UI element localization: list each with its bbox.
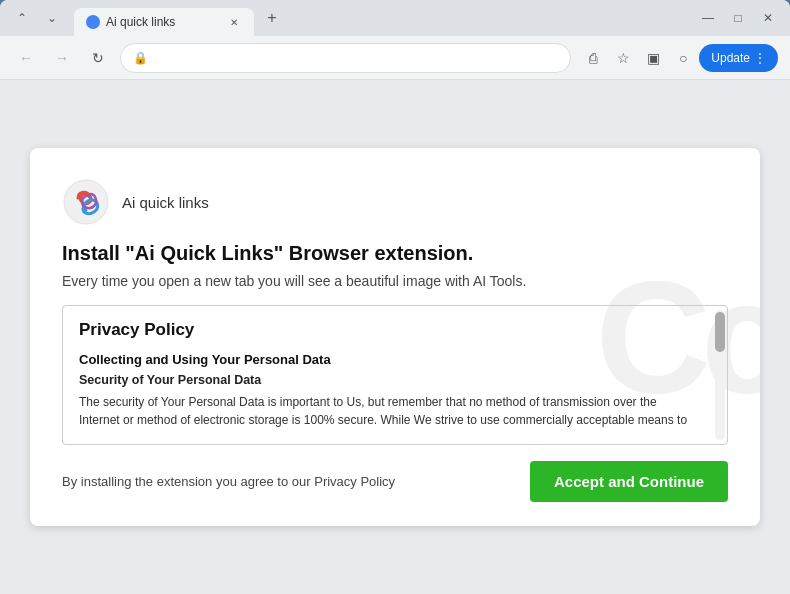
tab-title: Ai quick links: [106, 15, 175, 29]
footer-text: By installing the extension you agree to…: [62, 474, 395, 489]
install-subtitle: Every time you open a new tab you will s…: [62, 273, 728, 289]
privacy-section-title: Collecting and Using Your Personal Data: [79, 352, 695, 367]
share-button[interactable]: ⎙: [579, 44, 607, 72]
scrollbar[interactable]: [715, 310, 725, 440]
chevron-up-icon[interactable]: ⌃: [8, 4, 36, 32]
install-card: Cc Ai quick links Install "Ai Quick Link…: [30, 148, 760, 526]
scrollbar-thumb[interactable]: [715, 312, 725, 352]
title-bar-left: ⌃ ⌄: [8, 4, 66, 32]
update-button[interactable]: Update ⋮: [699, 44, 778, 72]
accept-continue-button[interactable]: Accept and Continue: [530, 461, 728, 502]
back-button[interactable]: ←: [12, 44, 40, 72]
svg-point-0: [88, 17, 98, 27]
privacy-policy-box[interactable]: Privacy Policy Collecting and Using Your…: [62, 305, 728, 445]
new-tab-button[interactable]: +: [258, 4, 286, 32]
tab-favicon: [86, 15, 100, 29]
active-tab[interactable]: Ai quick links ✕: [74, 8, 254, 36]
reload-button[interactable]: ↻: [84, 44, 112, 72]
browser-window: ⌃ ⌄ Ai quick links ✕ + — □ ✕ ← → ↻: [0, 0, 790, 594]
profile-button[interactable]: ○: [669, 44, 697, 72]
privacy-box-inner: Privacy Policy Collecting and Using Your…: [79, 320, 711, 430]
bookmark-button[interactable]: ☆: [609, 44, 637, 72]
privacy-policy-title: Privacy Policy: [79, 320, 695, 340]
chevron-down-icon[interactable]: ⌄: [38, 4, 66, 32]
install-title: Install "Ai Quick Links" Browser extensi…: [62, 242, 728, 265]
privacy-subsection-title: Security of Your Personal Data: [79, 373, 695, 387]
toolbar-actions: ⎙ ☆ ▣ ○ Update ⋮: [579, 44, 778, 72]
title-bar: ⌃ ⌄ Ai quick links ✕ + — □ ✕: [0, 0, 790, 36]
maximize-button[interactable]: □: [724, 4, 752, 32]
tab-close-button[interactable]: ✕: [226, 14, 242, 30]
bottom-row: By installing the extension you agree to…: [62, 461, 728, 502]
ext-header: Ai quick links: [62, 178, 728, 226]
lock-icon: 🔒: [133, 51, 148, 65]
page-content: Cc Ai quick links Install "Ai Quick Link…: [0, 80, 790, 594]
address-bar: ← → ↻ 🔒 ⎙ ☆ ▣ ○ Update ⋮: [0, 36, 790, 80]
close-button[interactable]: ✕: [754, 4, 782, 32]
forward-button[interactable]: →: [48, 44, 76, 72]
ext-name-label: Ai quick links: [122, 194, 209, 211]
minimize-button[interactable]: —: [694, 4, 722, 32]
tab-area: Ai quick links ✕ +: [74, 0, 686, 36]
ext-logo: [62, 178, 110, 226]
privacy-text: The security of Your Personal Data is im…: [79, 393, 695, 430]
sidebar-button[interactable]: ▣: [639, 44, 667, 72]
address-input[interactable]: 🔒: [120, 43, 571, 73]
window-controls: — □ ✕: [694, 4, 782, 32]
